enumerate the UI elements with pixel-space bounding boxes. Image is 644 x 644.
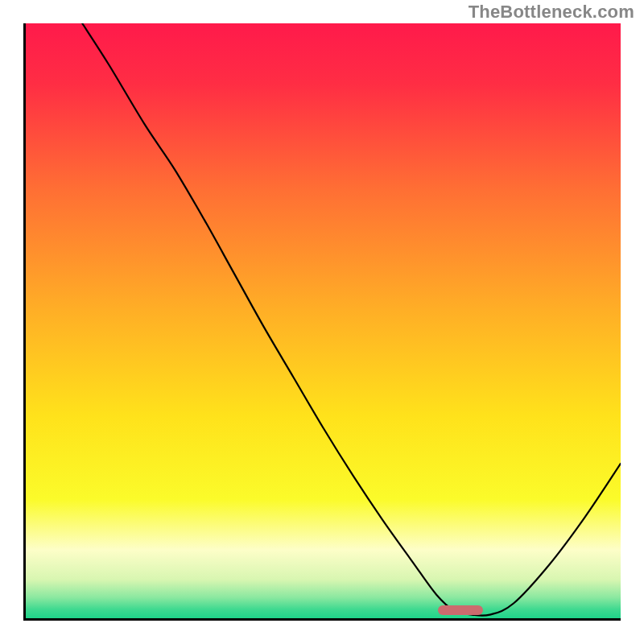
attribution-label: TheBottleneck.com: [469, 2, 634, 23]
chart-container: TheBottleneck.com: [0, 0, 644, 644]
axes-frame: [23, 23, 621, 621]
